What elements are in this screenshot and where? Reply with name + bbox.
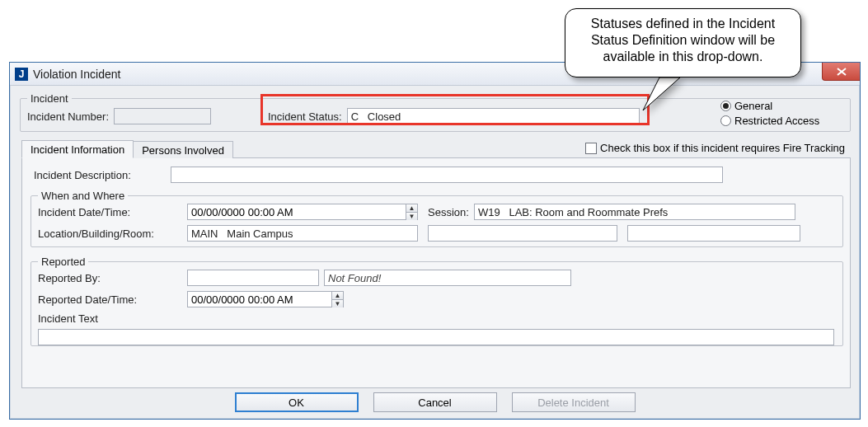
- app-icon: J: [15, 68, 28, 81]
- incident-text-field[interactable]: [38, 329, 834, 345]
- ok-button[interactable]: OK: [235, 392, 359, 412]
- radio-restricted-label: Restricted Access: [734, 115, 819, 127]
- help-callout: Statuses defined in the Incident Status …: [565, 8, 801, 77]
- session-label: Session:: [428, 206, 469, 218]
- window-title: Violation Incident: [33, 68, 120, 81]
- room-field[interactable]: [627, 225, 800, 242]
- reported-datetime-label: Reported Date/Time:: [38, 293, 182, 306]
- reported-datetime-field[interactable]: ▲ ▼: [187, 291, 344, 307]
- spinner-buttons[interactable]: ▲ ▼: [406, 204, 417, 219]
- incident-datetime-label: Incident Date/Time:: [38, 206, 182, 218]
- radio-restricted[interactable]: Restricted Access: [720, 113, 819, 128]
- radio-dot-icon: [720, 101, 731, 111]
- help-callout-text: Statuses defined in the Incident Status …: [591, 16, 775, 63]
- incident-description-label: Incident Description:: [34, 169, 166, 181]
- reported-group: Reported Reported By: Reported Date/Time…: [30, 256, 843, 346]
- chevron-down-icon: ▼: [332, 300, 343, 307]
- reported-by-resolved: [324, 270, 571, 286]
- reported-by-label: Reported By:: [38, 272, 182, 284]
- fire-tracking-checkbox[interactable]: Check this box if this incident requires…: [585, 142, 845, 154]
- incident-number-field[interactable]: [114, 108, 211, 124]
- checkbox-icon: [585, 143, 597, 154]
- radio-general-label: General: [734, 100, 772, 112]
- access-radio-group: General Restricted Access: [720, 98, 819, 128]
- dialog-window: J Violation Incident Incident Incident N…: [9, 62, 861, 420]
- location-field[interactable]: [187, 225, 418, 242]
- building-field[interactable]: [428, 225, 617, 242]
- button-bar: OK Cancel Delete Incident: [10, 392, 860, 412]
- radio-dot-icon: [720, 115, 731, 126]
- chevron-up-icon: ▲: [332, 292, 343, 300]
- when-where-group: When and Where Incident Date/Time: ▲ ▼ S…: [30, 190, 843, 247]
- incident-number-label: Incident Number:: [27, 110, 109, 123]
- svg-marker-0: [643, 77, 680, 110]
- close-button[interactable]: [822, 63, 860, 81]
- tab-bar: Incident Information Persons Involved: [21, 138, 232, 158]
- incident-text-label: Incident Text: [38, 312, 98, 325]
- incident-status-dropdown[interactable]: [347, 108, 640, 124]
- cancel-button[interactable]: Cancel: [373, 392, 497, 412]
- incident-legend: Incident: [27, 92, 72, 105]
- location-label: Location/Building/Room:: [38, 228, 182, 240]
- when-where-legend: When and Where: [38, 190, 128, 202]
- chevron-down-icon: ▼: [406, 213, 417, 220]
- radio-general[interactable]: General: [720, 98, 819, 113]
- reported-legend: Reported: [38, 256, 88, 268]
- incident-datetime-field[interactable]: ▲ ▼: [187, 204, 418, 220]
- delete-incident-button[interactable]: Delete Incident: [512, 392, 636, 412]
- tab-panel-info: Incident Description: When and Where Inc…: [21, 157, 851, 388]
- spinner-buttons[interactable]: ▲ ▼: [331, 292, 343, 307]
- session-dropdown[interactable]: [474, 204, 795, 220]
- incident-description-field[interactable]: [171, 167, 723, 183]
- tab-persons-involved[interactable]: Persons Involved: [133, 141, 233, 158]
- incident-status-label: Incident Status:: [268, 110, 342, 123]
- fire-tracking-label: Check this box if this incident requires…: [600, 142, 845, 154]
- chevron-up-icon: ▲: [406, 204, 417, 213]
- tab-incident-info[interactable]: Incident Information: [21, 140, 134, 158]
- reported-by-field[interactable]: [187, 270, 319, 286]
- close-icon: [837, 68, 847, 76]
